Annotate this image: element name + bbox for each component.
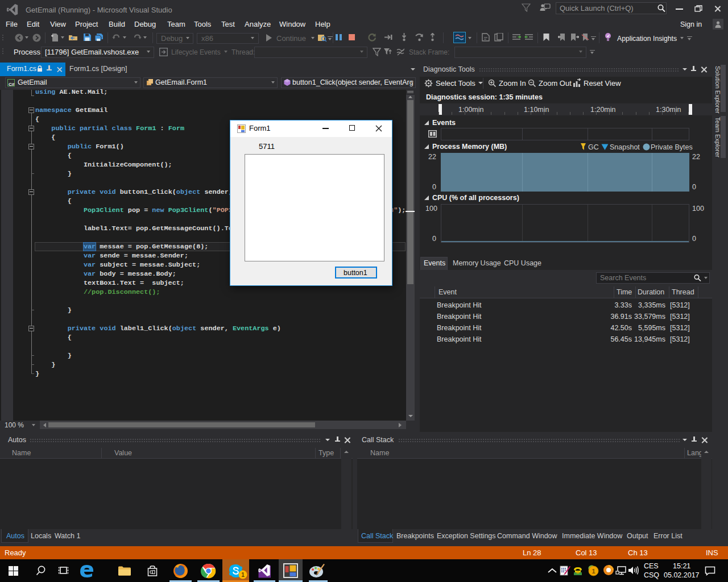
svg-text:1: 1 (592, 568, 595, 575)
svg-text:1: 1 (241, 572, 245, 578)
